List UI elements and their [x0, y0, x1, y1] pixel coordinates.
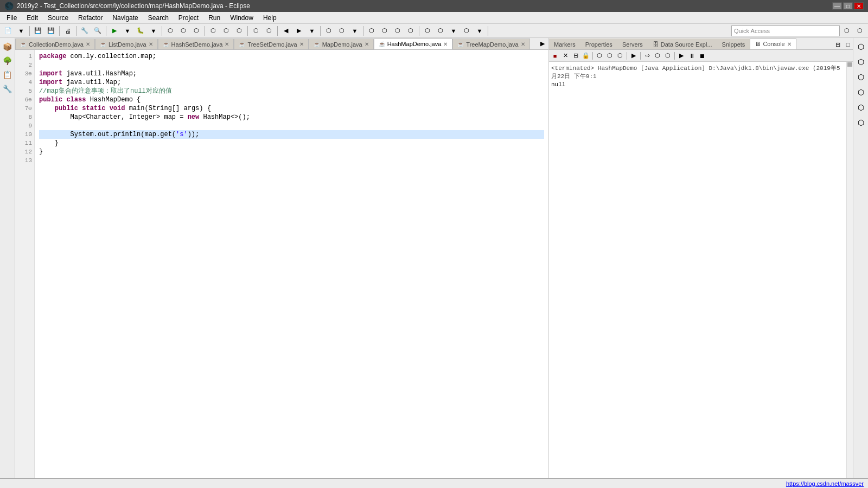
right-sidebar-icon-1[interactable]: ⬡: [854, 40, 867, 53]
console-tab-close[interactable]: ✕: [787, 41, 792, 47]
minimize-button[interactable]: —: [832, 2, 842, 10]
menu-refactor[interactable]: Refactor: [74, 12, 107, 23]
close-button[interactable]: ✕: [854, 2, 864, 10]
toolbar-btn-26[interactable]: ▼: [349, 25, 361, 37]
save-button[interactable]: 💾: [32, 25, 44, 37]
scroll-lock-button[interactable]: 🔒: [581, 51, 591, 61]
tab-console[interactable]: 🖥 Console ✕: [750, 38, 796, 49]
run-dropdown[interactable]: ▼: [122, 25, 133, 37]
tab-hashmap-demo[interactable]: ☕ HashMapDemo.java ✕: [374, 38, 453, 49]
right-sidebar-icon-2[interactable]: ⬡: [854, 55, 867, 68]
console-btn-11[interactable]: ⬡: [663, 51, 673, 61]
terminate-button[interactable]: ■: [550, 51, 560, 61]
sidebar-icon-4[interactable]: 🔧: [1, 82, 14, 95]
right-sidebar-icon-3[interactable]: ⬡: [854, 70, 867, 84]
console-btn-6[interactable]: ⬡: [605, 51, 615, 61]
open-console-button[interactable]: ▶: [629, 51, 639, 61]
menu-window[interactable]: Window: [226, 12, 258, 23]
menu-search[interactable]: Search: [144, 12, 173, 23]
console-view-menu[interactable]: ⊟: [833, 40, 843, 49]
toolbar-btn-15[interactable]: ⬡: [190, 25, 202, 37]
toolbar-btn-23[interactable]: ▼: [306, 25, 318, 37]
clear-console-button[interactable]: ⊟: [571, 51, 580, 61]
menu-project[interactable]: Project: [174, 12, 203, 23]
hierarchy-icon[interactable]: 🌳: [1, 54, 14, 67]
toolbar-btn-14[interactable]: ⬡: [177, 25, 189, 37]
quick-access-input[interactable]: Quick Access: [731, 25, 840, 36]
right-sidebar-icon-5[interactable]: ⬡: [854, 101, 867, 114]
menu-navigate[interactable]: Navigate: [108, 12, 142, 23]
debug-dropdown[interactable]: ▼: [148, 25, 159, 37]
tab-servers[interactable]: Servers: [617, 38, 648, 49]
tab-close-icon-6[interactable]: ✕: [443, 41, 448, 47]
tab-close-icon-2[interactable]: ✕: [149, 41, 153, 47]
tab-close-icon-3[interactable]: ✕: [225, 41, 229, 47]
debug-button[interactable]: 🐛: [135, 25, 146, 37]
tab-treemap-demo[interactable]: ☕ TreeMapDemo.java ✕: [452, 38, 529, 49]
scroll-thumb[interactable]: [847, 62, 852, 67]
toolbar-btn-25[interactable]: ⬡: [336, 25, 348, 37]
console-btn-9[interactable]: ⇨: [642, 51, 652, 61]
console-btn-5[interactable]: ⬡: [595, 51, 604, 61]
refactor-button[interactable]: 🔧: [79, 25, 91, 37]
toolbar-btn-13[interactable]: ⬡: [164, 25, 176, 37]
toolbar-btn-29[interactable]: ⬡: [392, 25, 404, 37]
toolbar-btn-24[interactable]: ⬡: [323, 25, 335, 37]
toolbar-btn-31[interactable]: ⬡: [422, 25, 433, 37]
toolbar-btn-19[interactable]: ⬡: [250, 25, 262, 37]
menu-help[interactable]: Help: [259, 12, 281, 23]
tab-treeset-demo[interactable]: ☕ TreeSetDemo.java ✕: [234, 38, 308, 49]
toolbar-btn-28[interactable]: ⬡: [379, 25, 391, 37]
toolbar-perspective-btn2[interactable]: ⬡: [854, 25, 866, 37]
toolbar-btn-8[interactable]: 🔍: [92, 25, 104, 37]
console-btn-10[interactable]: ⬡: [653, 51, 662, 61]
remove-launch-button[interactable]: ✕: [560, 51, 570, 61]
toolbar-btn-2[interactable]: ▼: [15, 25, 27, 37]
toolbar-btn-27[interactable]: ⬡: [366, 25, 378, 37]
toolbar-btn-16[interactable]: ⬡: [207, 25, 219, 37]
menu-run[interactable]: Run: [204, 12, 225, 23]
new-button[interactable]: 📄: [2, 25, 14, 37]
console-scrollbar[interactable]: [846, 62, 853, 478]
console-btn-13[interactable]: ⏸: [687, 51, 697, 61]
save-all-button[interactable]: 💾: [45, 25, 57, 37]
code-content[interactable]: package com.ly.collection.map;import jav…: [35, 50, 548, 478]
toolbar-btn-18[interactable]: ⬡: [233, 25, 245, 37]
tab-hashset-demo[interactable]: ☕ HashSetDemo.java ✕: [158, 38, 234, 49]
console-btn-14[interactable]: ⏹: [697, 51, 707, 61]
right-sidebar-icon-4[interactable]: ⬡: [854, 86, 867, 99]
console-btn-7[interactable]: ⬡: [615, 51, 625, 61]
tab-close-icon-4[interactable]: ✕: [299, 41, 304, 47]
menu-edit[interactable]: Edit: [22, 12, 42, 23]
tab-map-demo[interactable]: ☕ MapDemo.java ✕: [309, 38, 374, 49]
toolbar-btn-20[interactable]: ⬡: [263, 25, 275, 37]
tab-markers[interactable]: Markers: [549, 38, 580, 49]
back-button[interactable]: ◀: [280, 25, 292, 37]
tab-snippets[interactable]: Snippets: [717, 38, 750, 49]
tab-list-demo[interactable]: ☕ ListDemo.java ✕: [95, 38, 158, 49]
toolbar-btn-30[interactable]: ⬡: [405, 25, 417, 37]
tab-close-icon-5[interactable]: ✕: [365, 41, 369, 47]
tab-close-icon[interactable]: ✕: [86, 41, 90, 47]
tab-collection-demo[interactable]: ☕ CollectionDemo.java ✕: [15, 38, 95, 49]
tab-overflow-button[interactable]: ▶: [537, 38, 548, 49]
menu-file[interactable]: File: [2, 12, 21, 23]
maximize-button[interactable]: □: [843, 2, 853, 10]
toolbar-perspective-btn[interactable]: ⬡: [841, 25, 853, 37]
toolbar-btn-17[interactable]: ⬡: [220, 25, 232, 37]
tab-properties[interactable]: Properties: [580, 38, 617, 49]
package-explorer-icon[interactable]: 📦: [1, 40, 14, 53]
console-btn-12[interactable]: ▶: [676, 51, 686, 61]
run-button[interactable]: ▶: [108, 25, 120, 37]
tab-datasource[interactable]: 🗄 Data Source Expl...: [648, 38, 717, 49]
toolbar-btn-35[interactable]: ▼: [474, 25, 486, 37]
code-editor[interactable]: 1 2 3⊖ 4 5 6⊖ 7⊖ 8 9 10 11 12 13 package…: [15, 50, 548, 478]
console-maximize[interactable]: □: [843, 40, 853, 49]
print-button[interactable]: 🖨: [62, 25, 74, 37]
right-sidebar-icon-6[interactable]: ⬡: [854, 116, 867, 129]
tab-close-icon-7[interactable]: ✕: [521, 41, 525, 47]
toolbar-btn-32[interactable]: ⬡: [435, 25, 446, 37]
outline-icon[interactable]: 📋: [1, 68, 14, 81]
forward-button[interactable]: ▶: [293, 25, 305, 37]
toolbar-btn-33[interactable]: ▼: [448, 25, 459, 37]
